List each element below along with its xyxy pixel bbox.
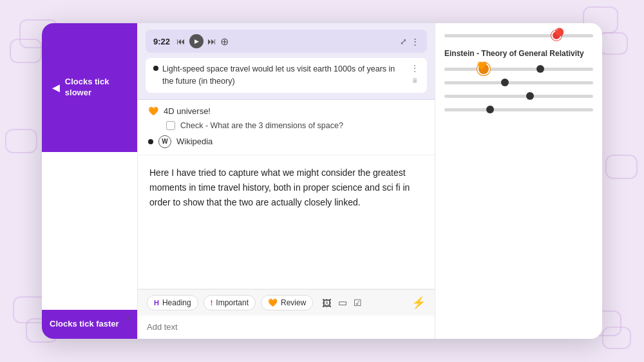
expand-icon[interactable]: ⤢ (400, 37, 407, 46)
chevron-right-icon[interactable]: › (126, 312, 129, 323)
wiki-item: W Wikipedia (148, 135, 424, 148)
slider-row-1: 🧡 (444, 64, 593, 73)
add-icon[interactable]: ⊕ (220, 35, 229, 48)
text-block: Light-speed space travel would let us vi… (146, 58, 427, 93)
emoji-item: 🧡 4D universe! (148, 106, 424, 116)
sidebar-bottom-section: Clocks tick faster (42, 310, 137, 339)
dark-thumb-1[interactable] (536, 65, 544, 73)
important-icon: ! (211, 299, 213, 307)
sidebar-top-title: ◄ Clocks tick slower (50, 77, 129, 99)
top-panel: 9:22 ⏮ ▶ ⏭ ⊕ ⤢ ⋮ Light-speed space trave… (138, 23, 435, 100)
sliders-group: 🧡 (444, 64, 593, 114)
device-frame: ◄ Clocks tick slower Clocks tick faster … (42, 23, 602, 339)
wiki-bullet (148, 139, 153, 144)
sidebar-arrow-icon: ◄ (50, 79, 62, 96)
slider-track-1: 🧡 (444, 68, 593, 71)
more-options-icon[interactable]: ⋮ (411, 37, 419, 46)
section-label: Einstein - Theory of General Relativity (444, 49, 593, 58)
sidebar-bottom-title: Clocks tick faster (50, 319, 129, 330)
rewind-icon[interactable]: ⏮ (176, 36, 185, 46)
important-label: Important (216, 298, 249, 307)
text-block-actions: ⋮ ≡ (410, 63, 419, 85)
orange-emoji-thumb[interactable]: 🧡 (477, 62, 490, 75)
fast-forward-icon[interactable]: ⏭ (207, 36, 216, 46)
checkbox[interactable] (166, 121, 175, 130)
image-icon[interactable]: 🖼 (322, 298, 332, 309)
main-content: 9:22 ⏮ ▶ ⏭ ⊕ ⤢ ⋮ Light-speed space trave… (137, 23, 435, 339)
wikipedia-label: Wikipedia (176, 137, 213, 146)
audio-time: 9:22 (153, 37, 170, 46)
text-more-icon[interactable]: ⋮ (410, 63, 419, 73)
audio-expand-controls: ⤢ ⋮ (400, 37, 419, 46)
review-emoji-icon: 🧡 (268, 298, 278, 307)
emoji-label: 4D universe! (164, 106, 211, 116)
bullet-dot (153, 66, 158, 71)
wikipedia-logo: W (158, 135, 171, 148)
sidebar-top-section: ◄ Clocks tick slower (42, 23, 137, 152)
dark-thumb-2[interactable] (501, 79, 509, 86)
dark-thumb-3[interactable] (526, 92, 534, 100)
slider-row-4 (444, 105, 593, 114)
text-block-content: Light-speed space travel would let us vi… (162, 63, 406, 88)
top-slider-row: 🔴 (444, 31, 593, 40)
add-text-area (138, 316, 435, 339)
emoji-icon: 🧡 (148, 106, 158, 116)
toolbar-icons: 🖼 ▭ ☑ (322, 297, 362, 309)
text-menu-icon[interactable]: ≡ (412, 76, 417, 85)
review-tag-button[interactable]: 🧡 Review (261, 295, 313, 310)
checkbox-item: Check - What are the 3 dimensions of spa… (166, 121, 424, 130)
top-slider-track: 🔴 (444, 34, 593, 37)
middle-section: 🧡 4D universe! Check - What are the 3 di… (138, 100, 435, 155)
audio-controls: ⏮ ▶ ⏭ ⊕ (176, 34, 229, 48)
important-tag-button[interactable]: ! Important (204, 295, 256, 310)
right-panel: 🔴 Einstein - Theory of General Relativit… (435, 23, 602, 339)
slider-row-2 (444, 78, 593, 87)
heading-label: Heading (162, 298, 191, 307)
slider-row-3 (444, 91, 593, 100)
slider-track-3 (444, 95, 593, 98)
audio-player: 9:22 ⏮ ▶ ⏭ ⊕ ⤢ ⋮ (146, 30, 427, 53)
slider-track-2 (444, 81, 593, 84)
toolbar: H Heading ! Important 🧡 Review 🖼 ▭ ☑ ⚡ (138, 289, 435, 316)
sidebar: ◄ Clocks tick slower Clocks tick faster … (42, 23, 137, 339)
dark-thumb-4[interactable] (486, 106, 494, 113)
checkbox-toolbar-icon[interactable]: ☑ (354, 298, 362, 308)
checkbox-label: Check - What are the 3 dimensions of spa… (180, 121, 343, 130)
lightning-button[interactable]: ⚡ (412, 296, 426, 310)
heading-icon: H (154, 299, 159, 307)
heading-tag-button[interactable]: H Heading (147, 295, 198, 310)
add-text-input[interactable] (147, 322, 426, 332)
review-label: Review (281, 298, 306, 307)
play-button[interactable]: ▶ (189, 34, 204, 48)
slider-track-4 (444, 108, 593, 111)
card-icon[interactable]: ▭ (338, 297, 347, 309)
alert-thumb[interactable]: 🔴 (551, 30, 562, 41)
content-paragraph: Here I have tried to capture what we mig… (138, 155, 435, 290)
